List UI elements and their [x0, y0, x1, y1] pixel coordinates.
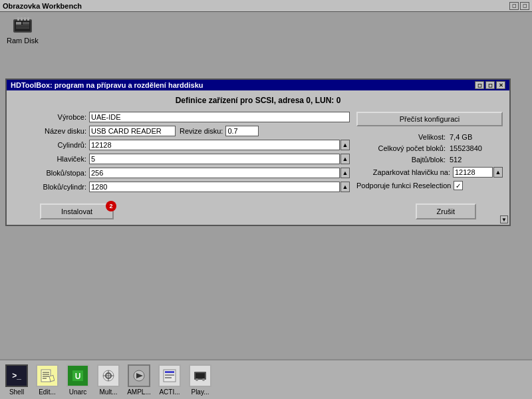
hd-main: Výrobce: Název disku: Revize disku: Cyli…	[13, 112, 503, 196]
zrusit-label: Zrušit	[437, 207, 456, 215]
os-title: Obrazovka Workbench	[3, 2, 82, 10]
ramdisk-graphic	[12, 17, 33, 35]
revize-input[interactable]	[225, 126, 259, 136]
hd-right-panel: Přečíst konfiguraci Velikost: 7,4 GB Cel…	[356, 112, 503, 196]
hd-buttons: Instalovat 2 Zrušit	[13, 203, 503, 219]
nazev-disku-label: Název disku:	[13, 127, 86, 135]
velikost-label: Velikost:	[356, 133, 446, 141]
hd-restore[interactable]: ◻	[475, 81, 484, 89]
svg-rect-3	[23, 22, 29, 25]
taskbar-mult[interactable]: Mult...	[94, 364, 122, 396]
cylindru-input[interactable]	[89, 140, 340, 150]
desktop: Obrazovka Workbench ◻ ◻ Ram Disk	[0, 0, 532, 399]
bloku-cylindr-input[interactable]	[89, 182, 340, 192]
bajtu-row: Bajtů/blok: 512	[356, 156, 503, 164]
ampl-icon	[128, 364, 150, 387]
bloku-stopa-label: Bloků/stopa:	[13, 169, 86, 177]
unarc-label: Unarc	[69, 388, 87, 396]
nazev-disku-input[interactable]	[89, 126, 176, 136]
vyrobce-input[interactable]	[89, 112, 350, 122]
bloku-stopa-row: Bloků/stopa: ▲	[13, 168, 350, 178]
cylindru-stepper[interactable]: ▲	[340, 140, 350, 150]
hlavicek-input[interactable]	[89, 154, 340, 164]
park-row: Zaparkovat hlavičku na: ▲	[356, 167, 503, 178]
hlavicek-label: Hlaviček:	[13, 155, 86, 163]
nazev-row: Název disku: Revize disku:	[13, 126, 350, 136]
os-titlebar: Obrazovka Workbench ◻ ◻	[0, 0, 532, 12]
os-minimize[interactable]: ◻	[509, 2, 519, 10]
taskbar-play[interactable]: Play...	[186, 364, 214, 396]
ramdisk-label: Ram Disk	[7, 37, 39, 45]
ampl-label: AMPL...	[127, 388, 151, 396]
svg-point-31	[202, 378, 205, 381]
park-stepper[interactable]: ▲	[493, 167, 503, 178]
cylindru-row: Cylindrů: ▲	[13, 140, 350, 150]
reselection-label: Podporuje funkci Reselection	[356, 182, 451, 190]
svg-rect-26	[165, 374, 174, 376]
edit-label: Edit...	[39, 388, 56, 396]
hdtoolbox-window: HDToolBox: program na přípravu a rozděle…	[5, 78, 511, 226]
shell-label: Shell	[9, 388, 24, 396]
taskbar: >_ Shell Edit... U	[0, 359, 532, 399]
edit-icon	[36, 364, 59, 387]
bloku-stopa-input[interactable]	[89, 168, 340, 178]
svg-rect-29	[196, 373, 205, 378]
svg-rect-2	[16, 22, 21, 25]
celkovy-row: Celkový počet bloků: 15523840	[356, 144, 503, 152]
instalovat-button[interactable]: Instalovat 2	[40, 203, 114, 219]
mult-icon	[97, 364, 120, 387]
os-controls: ◻ ◻	[509, 2, 529, 10]
hlavicek-row: Hlaviček: ▲	[13, 154, 350, 164]
taskbar-ampl[interactable]: AMPL...	[125, 364, 153, 396]
taskbar-unarc[interactable]: U Unarc	[64, 364, 92, 396]
zrusit-button[interactable]: Zrušit	[416, 203, 477, 219]
hd-titlebar: HDToolBox: program na přípravu a rozděle…	[7, 80, 509, 90]
park-label: Zaparkovat hlavičku na:	[356, 168, 450, 176]
hd-maximize[interactable]: ◻	[485, 81, 495, 89]
svg-rect-25	[165, 371, 174, 373]
acti-label: ACTI...	[159, 388, 180, 396]
hd-controls: ◻ ◻ ✕	[475, 81, 505, 89]
svg-point-30	[196, 378, 198, 381]
hd-close[interactable]: ✕	[496, 81, 505, 89]
taskbar-acti[interactable]: ACTI...	[156, 364, 184, 396]
celkovy-label: Celkový počet bloků:	[356, 144, 446, 152]
bloku-cylindr-row: Bloků/cylindr: ▲	[13, 182, 350, 192]
bloku-stopa-stepper[interactable]: ▲	[340, 168, 350, 178]
svg-rect-9	[27, 17, 29, 21]
svg-text:U: U	[75, 372, 81, 381]
acti-icon	[158, 364, 181, 387]
vyrobce-row: Výrobce:	[13, 112, 350, 122]
bajtu-label: Bajtů/blok:	[356, 156, 446, 164]
precist-konfiguaci-button[interactable]: Přečíst konfiguraci	[356, 112, 503, 126]
unarc-icon: U	[66, 364, 89, 387]
hd-subtitle: Definice zařízení pro SCSI, adresa 0, LU…	[13, 96, 503, 105]
velikost-row: Velikost: 7,4 GB	[356, 133, 503, 141]
svg-rect-10	[41, 370, 51, 382]
scroll-indicator[interactable]: ▼	[500, 215, 508, 223]
os-maximize[interactable]: ◻	[520, 2, 529, 10]
install-badge: 2	[106, 201, 116, 211]
bloku-cylindr-label: Bloků/cylindr:	[13, 183, 86, 191]
park-input[interactable]	[453, 167, 493, 178]
instalovat-label: Instalovat	[61, 207, 92, 215]
reselection-row: Podporuje funkci Reselection ✓	[356, 181, 503, 190]
bajtu-value: 512	[450, 156, 503, 164]
reselection-checkbox[interactable]: ✓	[454, 181, 463, 190]
celkovy-value: 15523840	[450, 144, 503, 152]
mult-label: Mult...	[99, 388, 117, 396]
svg-rect-6	[17, 17, 19, 21]
ramdisk-icon[interactable]: Ram Disk	[7, 17, 39, 45]
taskbar-shell[interactable]: >_ Shell	[3, 364, 31, 396]
revize-label: Revize disku:	[180, 127, 223, 135]
play-icon	[189, 364, 211, 387]
shell-icon: >_	[5, 364, 28, 387]
svg-rect-27	[165, 377, 172, 378]
hd-left-panel: Výrobce: Název disku: Revize disku: Cyli…	[13, 112, 350, 196]
hlavicek-stepper[interactable]: ▲	[340, 154, 350, 164]
taskbar-edit[interactable]: Edit...	[33, 364, 61, 396]
hd-content: Definice zařízení pro SCSI, adresa 0, LU…	[7, 90, 509, 225]
hd-window-title: HDToolBox: program na přípravu a rozděle…	[11, 81, 203, 89]
velikost-value: 7,4 GB	[450, 133, 503, 141]
bloku-cylindr-stepper[interactable]: ▲	[340, 182, 350, 192]
